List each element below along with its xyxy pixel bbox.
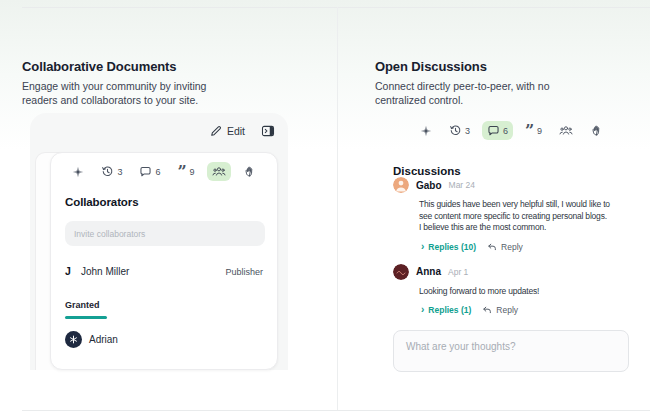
history-icon[interactable]: 3	[96, 162, 127, 181]
quote-glyph: ”	[525, 126, 534, 137]
quote-icon[interactable]: ” 9	[520, 122, 547, 139]
comment-header: Gabo Mar 24	[393, 177, 638, 193]
granted-member-name: Adrian	[89, 334, 118, 345]
reply-button[interactable]: Reply	[482, 305, 518, 315]
comment-icon[interactable]: 6	[482, 121, 513, 140]
history-icon[interactable]: 3	[444, 121, 475, 140]
comment-icon[interactable]: 6	[134, 162, 165, 181]
sparkle-icon[interactable]	[67, 163, 89, 181]
comment-composer-input[interactable]	[393, 330, 629, 372]
member-name: John Miller	[81, 266, 129, 277]
adrian-avatar	[65, 331, 82, 348]
clap-icon[interactable]	[585, 121, 608, 140]
comments-list: Gabo Mar 24 This guides have been very h…	[393, 177, 638, 327]
editor-toolbar: 3 6 ” 9	[385, 121, 638, 140]
replies-toggle-button[interactable]: › Replies (1)	[421, 305, 471, 315]
reply-label: Reply	[496, 305, 518, 315]
comment-date: Mar 24	[449, 180, 475, 190]
reply-arrow-icon	[487, 242, 497, 252]
replies-label: Replies (10)	[428, 242, 476, 252]
anna-avatar	[393, 264, 409, 280]
replies-label: Replies (1)	[428, 305, 471, 315]
left-feature-description: Engage with your community by inviting r…	[22, 79, 206, 108]
quote-icon[interactable]: ” 9	[172, 163, 199, 180]
granted-member-row: Adrian	[65, 331, 263, 348]
people-icon[interactable]	[207, 162, 231, 181]
member-initial: J	[65, 265, 81, 277]
comment-actions: › Replies (10) Reply	[421, 242, 638, 252]
chevron-right-icon: ›	[421, 243, 424, 251]
quote-count: 9	[537, 126, 542, 136]
clap-icon[interactable]	[238, 162, 261, 181]
quote-glyph: ”	[177, 167, 186, 178]
edit-button-label: Edit	[227, 125, 245, 137]
pencil-icon	[210, 125, 222, 137]
member-row: J John Miller Publisher	[65, 265, 263, 277]
comment: Anna Apr 1 Looking forward to more updat…	[393, 264, 638, 316]
bottom-divider	[22, 410, 650, 411]
history-count: 3	[117, 167, 122, 177]
comment-date: Apr 1	[448, 267, 468, 277]
right-feature-title: Open Discussions	[375, 59, 487, 74]
reply-arrow-icon	[482, 305, 492, 315]
comment-body: This guides have been very helpful still…	[419, 199, 638, 234]
invite-collaborators-input[interactable]	[65, 221, 265, 246]
reply-label: Reply	[501, 242, 523, 252]
discussions-toolbar-wrap: 3 6 ” 9	[385, 121, 638, 140]
comment: Gabo Mar 24 This guides have been very h…	[393, 177, 638, 252]
discussions-title: Discussions	[393, 165, 461, 177]
tab-granted[interactable]: Granted	[65, 294, 263, 319]
editor-actions: Edit	[210, 124, 275, 138]
sidebar-toggle-icon[interactable]	[261, 124, 275, 138]
comment-author: Gabo	[416, 180, 442, 191]
comment-count: 6	[503, 126, 508, 136]
tab-granted-label: Granted	[65, 300, 100, 310]
collaborative-documents-preview: Edit	[30, 113, 288, 370]
top-divider	[22, 7, 650, 8]
reply-button[interactable]: Reply	[487, 242, 523, 252]
editor-toolbar: 3 6 ” 9	[51, 153, 277, 181]
gabo-avatar	[393, 177, 409, 193]
active-tab-indicator	[65, 316, 107, 319]
member-role: Publisher	[225, 267, 263, 277]
comment-actions: › Replies (1) Reply	[421, 305, 638, 315]
comment-body: Looking forward to more updates!	[419, 286, 638, 298]
collaborators-title: Collaborators	[65, 196, 263, 208]
collaborators-panel: 3 6 ” 9	[50, 152, 278, 370]
quote-count: 9	[190, 167, 195, 177]
comment-header: Anna Apr 1	[393, 264, 638, 280]
comment-author: Anna	[416, 266, 441, 277]
chevron-right-icon: ›	[421, 306, 424, 314]
edit-button[interactable]: Edit	[210, 125, 245, 137]
history-count: 3	[465, 126, 470, 136]
column-divider	[337, 7, 338, 411]
left-feature-title: Collaborative Documents	[22, 59, 176, 74]
comment-count: 6	[155, 167, 160, 177]
features-section: Collaborative Documents Engage with your…	[0, 0, 650, 418]
replies-toggle-button[interactable]: › Replies (10)	[421, 242, 476, 252]
people-icon[interactable]	[554, 121, 578, 140]
right-feature-description: Connect directly peer-to-peer, with no c…	[375, 79, 550, 108]
sparkle-icon[interactable]	[415, 122, 437, 140]
